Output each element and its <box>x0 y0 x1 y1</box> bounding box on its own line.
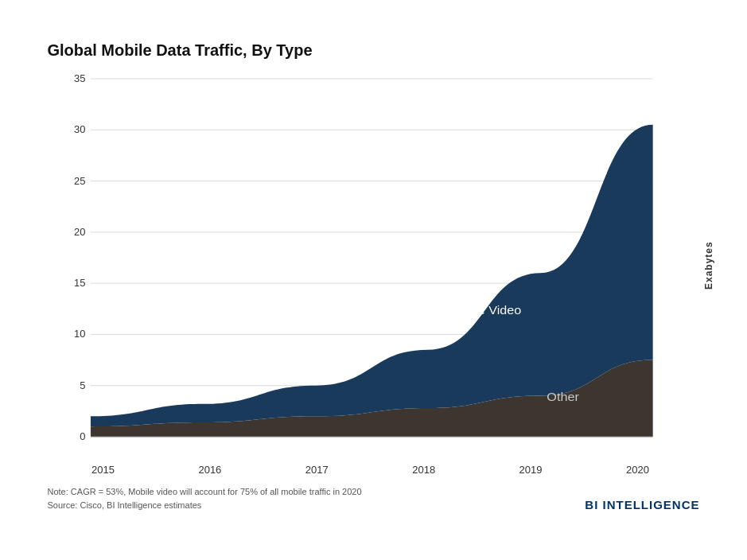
brand-label: BI INTELLIGENCE <box>585 498 699 511</box>
chart-svg: 05101520253035Mobile VideoOther <box>48 71 700 461</box>
svg-text:5: 5 <box>80 380 85 391</box>
note-line2: Source: Cisco, BI Intelligence estimates <box>48 499 362 512</box>
svg-text:15: 15 <box>74 278 85 289</box>
chart-title: Global Mobile Data Traffic, By Type <box>48 41 700 60</box>
svg-text:Other: Other <box>547 391 578 403</box>
svg-text:20: 20 <box>74 227 85 237</box>
footer-note: Note: CAGR = 53%, Mobile video will acco… <box>48 485 362 511</box>
svg-text:35: 35 <box>74 73 85 84</box>
svg-text:Mobile Video: Mobile Video <box>447 303 522 316</box>
chart-footer: Note: CAGR = 53%, Mobile video will acco… <box>48 485 700 511</box>
y-axis-label: Exabytes <box>703 71 714 461</box>
svg-text:10: 10 <box>74 329 85 340</box>
x-label-2019: 2019 <box>515 464 547 476</box>
note-line1: Note: CAGR = 53%, Mobile video will acco… <box>48 485 362 499</box>
x-axis-labels: 2015 2016 2017 2018 2019 2020 <box>48 461 700 476</box>
x-label-2015: 2015 <box>88 464 119 476</box>
x-label-2017: 2017 <box>301 464 333 476</box>
x-label-2018: 2018 <box>408 464 440 476</box>
x-label-2016: 2016 <box>194 464 226 476</box>
svg-text:0: 0 <box>80 431 85 441</box>
x-label-2020: 2020 <box>621 464 653 476</box>
svg-text:25: 25 <box>74 176 85 186</box>
chart-container: Global Mobile Data Traffic, By Type 0510… <box>32 25 716 535</box>
svg-text:30: 30 <box>74 125 85 135</box>
chart-area: 05101520253035Mobile VideoOther Exabytes <box>48 71 700 461</box>
